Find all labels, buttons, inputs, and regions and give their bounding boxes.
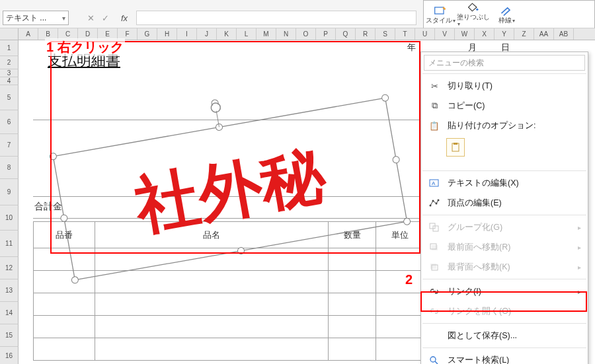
menu-group: グループ化(G) ▸: [421, 217, 588, 237]
menu-edit-text[interactable]: A テキストの編集(X): [421, 173, 588, 193]
column-header[interactable]: M: [257, 28, 276, 40]
column-header[interactable]: A: [19, 28, 38, 40]
shape-outline-button[interactable]: 枠線▾: [490, 5, 523, 24]
menu-smart-lookup-label: スマート検索(L): [448, 355, 509, 365]
menu-link[interactable]: リンク(I) ▸: [421, 281, 588, 301]
edit-text-icon: A: [428, 177, 441, 189]
menu-save-as-picture-label: 図として保存(S)...: [448, 330, 517, 342]
row-header[interactable]: 15: [0, 324, 19, 347]
column-header[interactable]: K: [217, 28, 237, 40]
total-label: 合計金: [34, 201, 62, 213]
shape-style-button[interactable]: スタイル▾: [424, 5, 457, 24]
border-label: 枠線: [498, 17, 512, 24]
svg-point-26: [430, 357, 436, 362]
menu-edit-text-label: テキストの編集(X): [448, 178, 519, 189]
fill-icon: [467, 2, 480, 13]
group-icon: [428, 221, 441, 233]
formula-bar-area: テキスト ... ✕ ✓ fx スタイル▾ 塗りつぶし▾ 枠線▾: [0, 0, 595, 28]
row-header[interactable]: 10: [0, 205, 19, 231]
row-header[interactable]: 2: [0, 56, 19, 69]
column-header[interactable]: AA: [534, 28, 554, 40]
column-header[interactable]: L: [237, 28, 257, 40]
row-header[interactable]: 16: [0, 347, 19, 364]
column-header[interactable]: J: [197, 28, 217, 40]
menu-copy[interactable]: ⧉ コピー(C): [421, 96, 588, 116]
column-header[interactable]: X: [475, 28, 495, 40]
menu-bring-front: 最前面へ移動(R) ▸: [421, 237, 588, 257]
row-header[interactable]: 3: [0, 69, 19, 77]
send-back-icon: [428, 261, 441, 273]
column-header[interactable]: P: [316, 28, 336, 40]
table-row[interactable]: [34, 271, 424, 293]
column-header[interactable]: AB: [554, 28, 574, 40]
style-label: スタイル: [426, 17, 452, 24]
column-header[interactable]: G: [138, 28, 157, 40]
name-box[interactable]: テキスト ...: [3, 11, 69, 25]
column-header[interactable]: W: [455, 28, 475, 40]
svg-rect-24: [430, 264, 436, 269]
row-header[interactable]: 9: [0, 179, 19, 205]
fill-label: 塗りつぶし: [457, 13, 490, 20]
select-all-corner[interactable]: [0, 28, 19, 40]
row-header[interactable]: 5: [0, 85, 19, 110]
row-header[interactable]: 12: [0, 257, 19, 279]
copy-icon: ⧉: [428, 100, 441, 112]
menu-group-label: グループ化(G): [448, 222, 502, 233]
menu-search-placeholder: メニューの検索: [428, 57, 484, 69]
table-row[interactable]: [34, 338, 424, 361]
row-header[interactable]: 7: [0, 134, 19, 157]
context-menu: メニューの検索 ✂ 切り取り(T) ⧉ コピー(C) 📋 貼り付けのオプション:…: [420, 52, 588, 364]
column-header[interactable]: H: [157, 28, 177, 40]
menu-link-label: リンク(I): [448, 286, 481, 297]
svg-text:A: A: [432, 180, 436, 186]
paste-icon: 📋: [428, 120, 441, 131]
column-header[interactable]: I: [177, 28, 197, 40]
table-row[interactable]: [34, 316, 424, 338]
total-row: [33, 196, 424, 219]
svg-point-18: [436, 203, 438, 205]
menu-edit-points[interactable]: 頂点の編集(E): [421, 193, 588, 213]
svg-point-17: [432, 200, 434, 202]
table-row[interactable]: [34, 248, 424, 271]
annotation-step2-label: 2: [405, 272, 413, 287]
row-header[interactable]: 8: [0, 157, 19, 179]
cut-icon: ✂: [428, 80, 441, 92]
edit-points-icon: [428, 197, 441, 209]
column-header[interactable]: V: [435, 28, 455, 40]
column-header[interactable]: Z: [514, 28, 534, 40]
fx-label[interactable]: fx: [116, 11, 132, 25]
rotation-handle[interactable]: [210, 102, 221, 113]
svg-rect-13: [454, 143, 457, 145]
column-header[interactable]: R: [356, 28, 376, 40]
paste-options-row: [421, 135, 588, 168]
column-header[interactable]: O: [296, 28, 316, 40]
date-year-label: 年: [407, 42, 416, 54]
clipboard-icon: [450, 142, 461, 153]
bring-front-icon: [428, 241, 441, 253]
menu-cut[interactable]: ✂ 切り取り(T): [421, 76, 588, 96]
column-header[interactable]: S: [376, 28, 395, 40]
annotation-step1-label: 1 右クリック: [45, 38, 125, 56]
column-header[interactable]: Y: [495, 28, 514, 40]
table-row[interactable]: [34, 293, 424, 316]
row-header[interactable]: 4: [0, 77, 19, 85]
column-header[interactable]: U: [415, 28, 435, 40]
row-header[interactable]: 13: [0, 279, 19, 302]
row-header[interactable]: 11: [0, 231, 19, 257]
menu-save-as-picture[interactable]: 図として保存(S)...: [421, 326, 588, 346]
column-header[interactable]: Q: [336, 28, 356, 40]
cancel-icon[interactable]: ✕: [85, 11, 97, 25]
menu-send-back: 最背面へ移動(K) ▸: [421, 257, 588, 277]
column-header[interactable]: T: [395, 28, 415, 40]
column-header[interactable]: N: [276, 28, 296, 40]
menu-search-input[interactable]: メニューの検索: [424, 55, 585, 71]
shape-fill-button[interactable]: 塗りつぶし▾: [457, 2, 490, 27]
row-header[interactable]: 6: [0, 110, 19, 134]
menu-smart-lookup[interactable]: スマート検索(L): [421, 350, 588, 364]
enter-icon[interactable]: ✓: [99, 11, 111, 25]
menu-paste-options: 📋 貼り付けのオプション:: [421, 116, 588, 135]
formula-bar[interactable]: [136, 11, 416, 25]
row-header[interactable]: 1: [0, 40, 19, 56]
row-header[interactable]: 14: [0, 302, 19, 324]
paste-option-default[interactable]: [446, 138, 465, 157]
